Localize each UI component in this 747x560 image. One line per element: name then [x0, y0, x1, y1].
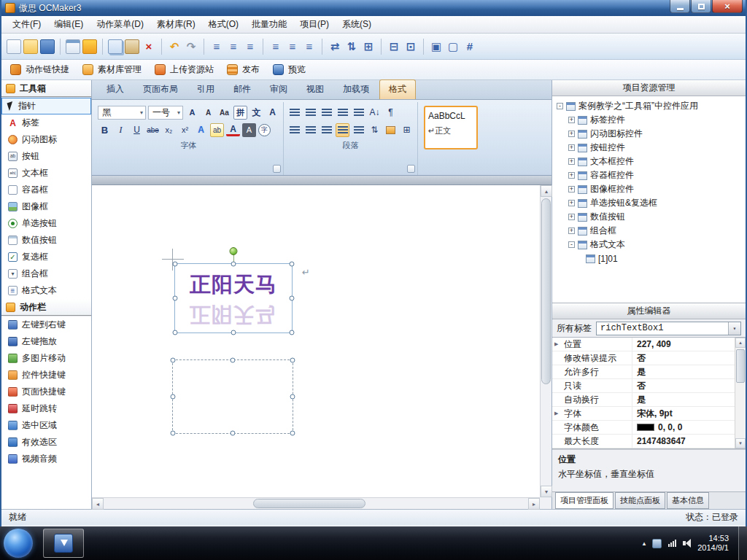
- tool-imagebox[interactable]: 图像框: [1, 198, 91, 215]
- tab-basic-info[interactable]: 基本信息: [667, 492, 709, 509]
- strikethrough-button[interactable]: abe: [146, 123, 160, 137]
- resize-handle[interactable]: [171, 431, 176, 436]
- snap-grid-icon[interactable]: #: [462, 39, 477, 54]
- ungroup-icon[interactable]: ▢: [446, 39, 460, 54]
- scroll-up-button[interactable]: ▴: [735, 338, 746, 348]
- resize-handle[interactable]: [231, 330, 236, 335]
- minimize-button[interactable]: [670, 0, 690, 13]
- menu-project[interactable]: 项目(P): [293, 16, 336, 33]
- tool-radio[interactable]: 单选按钮: [1, 215, 91, 232]
- align-center-button[interactable]: [303, 123, 317, 137]
- network-icon[interactable]: [668, 540, 676, 547]
- tree-root[interactable]: -案例教学之“工具箱”中控件应用: [554, 99, 744, 113]
- resize-handle[interactable]: [290, 358, 295, 363]
- distribute-horizontal-icon[interactable]: ⇄: [328, 39, 342, 54]
- tree-node[interactable]: +文本框控件: [554, 155, 744, 168]
- character-border-button[interactable]: A: [266, 106, 279, 120]
- text-effects-button[interactable]: A: [194, 123, 208, 137]
- material-grid-icon[interactable]: [66, 39, 80, 54]
- paste-icon[interactable]: [125, 39, 139, 54]
- expand-icon[interactable]: +: [568, 117, 575, 123]
- action-left-drag[interactable]: 左键拖放: [1, 333, 91, 350]
- horizontal-scroll-thumb[interactable]: [253, 499, 365, 508]
- open-icon[interactable]: [23, 39, 38, 54]
- font-color-button[interactable]: A: [226, 124, 240, 136]
- collapse-icon[interactable]: -: [557, 103, 563, 109]
- menu-format[interactable]: 格式(O): [202, 16, 245, 33]
- menu-action[interactable]: 动作菜单(D): [90, 16, 150, 33]
- tool-checkbox[interactable]: 复选框: [1, 249, 91, 265]
- horizontal-scrollbar[interactable]: ◂ ▸: [92, 497, 540, 509]
- menu-material[interactable]: 素材库(R): [150, 16, 202, 33]
- bold-button[interactable]: B: [98, 123, 112, 137]
- redo-icon[interactable]: ↷: [184, 39, 198, 54]
- scroll-up-button[interactable]: ▴: [541, 185, 552, 197]
- toolbox-header[interactable]: 工具箱: [1, 80, 91, 98]
- expand-icon[interactable]: +: [568, 172, 575, 179]
- multilevel-list-button[interactable]: [320, 106, 333, 120]
- resize-handle[interactable]: [290, 330, 295, 335]
- property-row[interactable]: ▶位置227, 409: [552, 338, 735, 351]
- design-canvas[interactable]: 正阳天马 正阳天马 ↵: [92, 185, 540, 497]
- delete-icon[interactable]: ×: [142, 39, 156, 54]
- increase-indent-button[interactable]: [352, 106, 365, 120]
- superscript-button[interactable]: x²: [178, 123, 192, 137]
- scroll-down-button[interactable]: ▾: [735, 438, 746, 448]
- scroll-right-button[interactable]: ▸: [528, 498, 540, 510]
- resize-handle[interactable]: [290, 262, 295, 267]
- distribute-vertical-icon[interactable]: ⇅: [344, 39, 359, 54]
- volume-icon[interactable]: [683, 539, 691, 548]
- enclosed-character-button[interactable]: 字: [258, 124, 271, 136]
- show-marks-button[interactable]: ¶: [384, 106, 398, 120]
- property-row[interactable]: 字体颜色0, 0, 0: [552, 421, 735, 435]
- tree-node[interactable]: +组合框: [554, 224, 744, 238]
- scroll-left-button[interactable]: ◂: [92, 498, 104, 510]
- sort-button[interactable]: A↓: [368, 106, 382, 120]
- tree-leaf[interactable]: [1]01: [554, 252, 744, 265]
- tab-project-manager[interactable]: 项目管理面板: [555, 492, 614, 509]
- expand-icon[interactable]: ▶: [554, 341, 558, 347]
- font-family-combo[interactable]: 黑▾: [98, 106, 146, 120]
- font-size-combo[interactable]: 一号▾: [148, 106, 183, 120]
- material-library-button[interactable]: 素材库管理: [82, 63, 142, 76]
- action-chain-shortcut-button[interactable]: 动作链快捷: [10, 63, 69, 76]
- expand-icon[interactable]: +: [568, 131, 575, 137]
- menu-edit[interactable]: 编辑(E): [47, 16, 90, 33]
- align-bottom-icon[interactable]: ≡: [302, 39, 317, 54]
- make-same-height-icon[interactable]: ⊡: [403, 39, 418, 54]
- show-desktop-button[interactable]: [738, 526, 747, 560]
- make-same-width-icon[interactable]: ⊟: [387, 39, 401, 54]
- resize-handle[interactable]: [173, 296, 178, 301]
- resize-handle[interactable]: [231, 262, 236, 267]
- line-spacing-button[interactable]: ⇅: [368, 123, 382, 137]
- tab-page-layout[interactable]: 页面布局: [134, 80, 187, 99]
- resize-handle[interactable]: [231, 431, 236, 436]
- tab-addins[interactable]: 加载项: [334, 80, 378, 99]
- dropdown-arrow-icon[interactable]: ▾: [728, 322, 740, 335]
- subscript-button[interactable]: x₂: [162, 123, 176, 137]
- action-control-hotkey[interactable]: 控件快捷键: [1, 367, 91, 384]
- property-row[interactable]: 只读否: [552, 379, 735, 393]
- tool-label-control[interactable]: 标签: [1, 114, 91, 131]
- publish-button[interactable]: 发布: [227, 63, 260, 76]
- actions-header[interactable]: 动作栏: [1, 299, 91, 316]
- change-case-button[interactable]: Aa: [217, 106, 231, 120]
- save-icon[interactable]: [40, 39, 55, 54]
- resize-handle[interactable]: [171, 394, 176, 400]
- tool-button[interactable]: 按钮: [1, 148, 91, 165]
- tree-node[interactable]: +闪动图标控件: [554, 127, 744, 141]
- shrink-font-button[interactable]: A: [201, 106, 215, 120]
- align-left-icon[interactable]: ≡: [209, 39, 224, 54]
- grow-font-button[interactable]: A: [185, 106, 199, 120]
- tree-node[interactable]: +按钮控件: [554, 141, 744, 155]
- tree-node[interactable]: +数值按钮: [554, 210, 744, 224]
- tab-view[interactable]: 视图: [298, 80, 333, 99]
- align-left-button[interactable]: [287, 123, 301, 137]
- tree-node[interactable]: +标签控件: [554, 113, 744, 127]
- expand-icon[interactable]: +: [568, 144, 575, 151]
- scroll-thumb[interactable]: [736, 349, 745, 383]
- make-same-size-icon[interactable]: ⊞: [361, 39, 376, 54]
- decrease-indent-button[interactable]: [336, 106, 349, 120]
- tool-textbox[interactable]: 文本框: [1, 165, 91, 182]
- tool-container[interactable]: 容器框: [1, 182, 91, 198]
